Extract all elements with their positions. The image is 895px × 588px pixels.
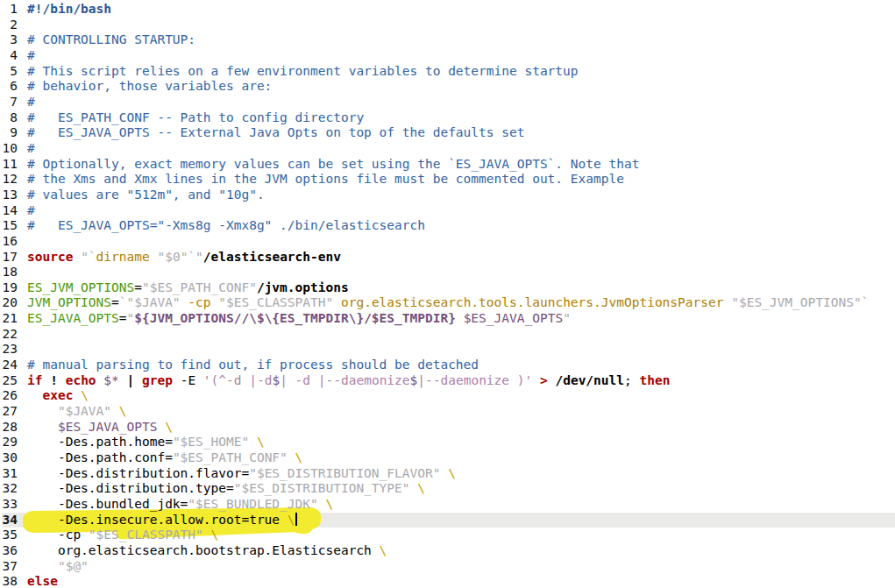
code-token: -Des.bundled_jdk= (27, 497, 188, 511)
code-token: org.elasticsearch.tools.launchers.JvmOpt… (341, 295, 724, 309)
code-text: source "`dirname "$0"`"/elasticsearch-en… (27, 250, 341, 264)
code-token: /elasticsearch-env (203, 250, 341, 264)
code-token: "$ES_BUNDLED_JDK" (188, 497, 317, 511)
code-line[interactable]: 29 -Des.path.home="$ES_HOME" \ (2, 435, 895, 450)
code-line[interactable]: 2 (2, 18, 895, 33)
code-line[interactable]: 13# values are "512m", and "10g". (2, 188, 895, 203)
code-line[interactable]: 19ES_JVM_OPTIONS="$ES_PATH_CONF"/jvm.opt… (2, 280, 895, 296)
code-line[interactable]: 30 -Des.path.conf="$ES_PATH_CONF" \ (2, 450, 895, 466)
code-token: org.elasticsearch.bootstrap.Elasticsearc… (27, 543, 380, 557)
code-token (111, 404, 119, 418)
code-line[interactable]: 4# (2, 48, 895, 64)
code-line[interactable]: 22 (2, 327, 895, 343)
code-token: if (27, 373, 42, 387)
line-number: 20 (2, 295, 18, 311)
line-number: 25 (2, 373, 18, 389)
code-line[interactable]: 31 -Des.distribution.flavor="$ES_DISTRIB… (2, 466, 895, 482)
code-line[interactable]: 1#!/bin/bash (2, 2, 895, 18)
code-line-highlighted[interactable]: 34 -Des.insecure.allow.root=true \ (2, 513, 895, 528)
line-number: 21 (2, 311, 18, 327)
code-line[interactable]: 27 "$JAVA" \ (2, 404, 895, 420)
code-line[interactable]: 18 (2, 265, 895, 280)
code-token: "$ES_JVM_OPTIONS"` (731, 295, 869, 309)
code-token: -Des.distribution.flavor= (27, 466, 249, 480)
line-number: 13 (2, 188, 18, 203)
code-line[interactable]: 15# ES_JAVA_OPTS="-Xms8g -Xmx8g" ./bin/e… (2, 218, 895, 234)
code-text: if ! echo $* | grep -E '(^-d |-d$| -d |-… (27, 373, 670, 387)
code-token: \ (295, 450, 303, 464)
code-token: echo (66, 373, 96, 387)
code-token: else (27, 574, 58, 588)
code-text: ES_JVM_OPTIONS="$ES_PATH_CONF"/jvm.optio… (27, 280, 349, 294)
code-token: \ (380, 543, 387, 557)
line-number: 27 (2, 404, 18, 420)
code-line[interactable]: 33 -Des.bundled_jdk="$ES_BUNDLED_JDK" \ (2, 497, 895, 513)
line-number: 36 (2, 543, 18, 559)
code-line[interactable]: 25if ! echo $* | grep -E '(^-d |-d$| -d … (2, 373, 895, 389)
code-line[interactable]: 38else (2, 574, 895, 588)
code-token: \ (165, 420, 173, 434)
line-number: 28 (2, 420, 18, 436)
line-number: 32 (2, 481, 18, 497)
code-line[interactable]: 37 "$@" (2, 559, 895, 575)
code-token: "$0"`" (157, 250, 202, 264)
code-token: # the Xms and Xmx lines in the JVM optio… (27, 172, 624, 186)
code-token: # CONTROLLING STARTUP: (27, 32, 195, 46)
code-text: # ES_JAVA_OPTS -- External Java Opts on … (27, 125, 524, 139)
code-line[interactable]: 8# ES_PATH_CONF -- Path to config direct… (2, 110, 895, 126)
code-token (410, 481, 418, 495)
code-text: #!/bin/bash (27, 2, 111, 16)
code-line[interactable]: 12# the Xms and Xmx lines in the JVM opt… (2, 172, 895, 188)
code-line[interactable]: 6# behavior, those variables are: (2, 79, 895, 95)
code-line[interactable]: 21ES_JAVA_OPTS="${JVM_OPTIONS//\$\{ES_TM… (2, 311, 895, 327)
code-line[interactable]: 5# This script relies on a few environme… (2, 64, 895, 80)
code-text: # (27, 203, 35, 217)
line-number: 12 (2, 172, 18, 188)
code-text: # Optionally, exact memory values can be… (27, 157, 639, 171)
code-token: '(^-d |-d (203, 373, 273, 387)
code-token: "$ES_CLASSPATH" (89, 528, 203, 542)
code-token: -Des.distribution.type= (27, 481, 234, 495)
code-token: "$JAVA" (58, 404, 111, 418)
code-text: # (27, 95, 35, 109)
code-token: # ES_JAVA_OPTS -- External Java Opts on … (27, 125, 524, 139)
code-line[interactable]: 10# (2, 141, 895, 157)
code-line[interactable]: 26 exec \ (2, 388, 895, 404)
code-editor[interactable]: 1#!/bin/bash23# CONTROLLING STARTUP:4#5#… (0, 0, 895, 588)
code-line[interactable]: 9# ES_JAVA_OPTS -- External Java Opts on… (2, 125, 895, 141)
code-line[interactable]: 11# Optionally, exact memory values can … (2, 157, 895, 173)
code-line[interactable]: 32 -Des.distribution.type="$ES_DISTRIBUT… (2, 481, 895, 497)
code-token (333, 295, 341, 309)
code-line[interactable]: 28 $ES_JAVA_OPTS \ (2, 420, 895, 436)
line-number: 14 (2, 203, 18, 219)
code-line[interactable]: 16 (2, 234, 895, 250)
code-line[interactable]: 17source "`dirname "$0"`"/elasticsearch-… (2, 250, 895, 266)
code-token: "` (81, 250, 96, 264)
code-line[interactable]: 36 org.elasticsearch.bootstrap.Elasticse… (2, 543, 895, 559)
code-token: # (27, 141, 35, 155)
code-token: # (27, 95, 35, 109)
code-token: $ (410, 373, 418, 387)
code-token: \ (81, 388, 89, 402)
code-token: # Optionally, exact memory values can be… (27, 157, 639, 171)
code-text: # behavior, those variables are: (27, 79, 272, 93)
code-token: \ (448, 466, 456, 480)
code-token: -E (173, 373, 203, 387)
code-line[interactable]: 20JVM_OPTIONS=`"$JAVA" -cp "$ES_CLASSPAT… (2, 295, 895, 311)
line-number: 11 (2, 157, 18, 173)
code-line[interactable]: 24# manual parsing to find out, if proce… (2, 358, 895, 373)
code-line[interactable]: 14# (2, 203, 895, 219)
code-line[interactable]: 35 -cp "$ES_CLASSPATH" \ (2, 528, 895, 543)
code-line[interactable]: 7# (2, 95, 895, 110)
code-line[interactable]: 23 (2, 342, 895, 358)
line-number: 34 (2, 513, 18, 528)
line-number: 1 (2, 2, 18, 18)
code-token (134, 373, 142, 387)
code-token (211, 295, 219, 309)
line-number: 15 (2, 218, 18, 234)
code-line[interactable]: 3# CONTROLLING STARTUP: (2, 32, 895, 48)
code-token: ; (624, 373, 639, 387)
line-number: 38 (2, 574, 18, 588)
code-text: "$JAVA" \ (27, 404, 127, 418)
line-number: 5 (2, 64, 18, 80)
